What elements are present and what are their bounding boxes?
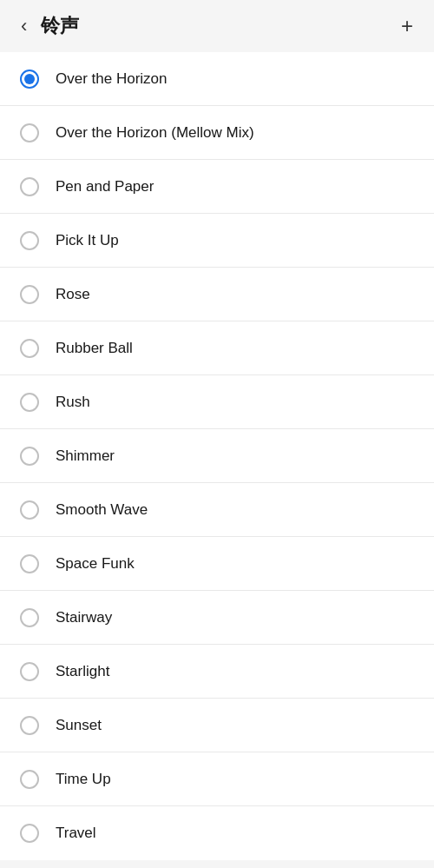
radio-container — [17, 390, 42, 414]
back-icon: ‹ — [21, 17, 27, 36]
list-item[interactable]: Space Funk — [0, 537, 434, 591]
radio-container — [17, 444, 42, 468]
radio-button[interactable] — [20, 608, 39, 627]
radio-button[interactable] — [20, 500, 39, 520]
radio-button[interactable] — [20, 447, 39, 466]
radio-container — [17, 336, 42, 361]
radio-container — [17, 713, 42, 738]
header: ‹ 铃声 + — [0, 0, 434, 52]
list-item[interactable]: Time Up — [0, 752, 434, 806]
list-item[interactable]: Rose — [0, 268, 434, 321]
ringtone-label: Starlight — [56, 663, 109, 680]
ringtone-label: Rush — [56, 394, 90, 411]
header-left: ‹ 铃声 — [17, 13, 79, 39]
ringtone-label: Shimmer — [56, 447, 115, 465]
page-title: 铃声 — [41, 13, 79, 39]
radio-container — [17, 659, 42, 684]
radio-container — [17, 821, 42, 845]
radio-container — [17, 498, 42, 522]
list-item[interactable]: Travel — [0, 806, 434, 860]
radio-button[interactable] — [20, 824, 39, 843]
list-item[interactable]: Over the Horizon (Mellow Mix) — [0, 106, 434, 160]
radio-button[interactable] — [20, 123, 39, 142]
ringtone-label: Time Up — [56, 771, 111, 788]
list-item[interactable]: Pick It Up — [0, 214, 434, 268]
add-button[interactable]: + — [398, 12, 417, 40]
list-item[interactable]: Stairway — [0, 591, 434, 645]
radio-button[interactable] — [20, 177, 39, 196]
radio-container — [17, 175, 42, 199]
radio-button[interactable] — [20, 770, 39, 789]
ringtone-label: Pen and Paper — [56, 178, 154, 195]
list-item[interactable]: Rubber Ball — [0, 321, 434, 375]
radio-container — [17, 606, 42, 630]
radio-button[interactable] — [20, 554, 39, 573]
ringtone-label: Travel — [56, 825, 96, 842]
list-item[interactable]: Sunset — [0, 699, 434, 752]
ringtone-label: Sunset — [56, 717, 102, 734]
ringtone-label: Space Funk — [56, 555, 135, 573]
radio-button[interactable] — [20, 231, 39, 250]
ringtone-label: Rubber Ball — [56, 340, 133, 357]
radio-container — [17, 229, 42, 253]
ringtone-label: Rose — [56, 286, 90, 303]
radio-button[interactable] — [20, 70, 39, 89]
ringtone-list: Over the HorizonOver the Horizon (Mellow… — [0, 52, 434, 860]
radio-container — [17, 67, 42, 91]
ringtone-label: Over the Horizon — [56, 70, 168, 88]
radio-container — [17, 552, 42, 576]
back-button[interactable]: ‹ — [17, 13, 30, 39]
radio-button[interactable] — [20, 716, 39, 735]
radio-button[interactable] — [20, 339, 39, 358]
radio-container — [17, 282, 42, 307]
radio-container — [17, 121, 42, 145]
list-item[interactable]: Smooth Wave — [0, 483, 434, 537]
list-item[interactable]: Starlight — [0, 645, 434, 699]
ringtone-label: Pick It Up — [56, 232, 119, 249]
ringtone-label: Stairway — [56, 609, 112, 626]
radio-button[interactable] — [20, 393, 39, 412]
add-icon: + — [401, 16, 413, 36]
list-item[interactable]: Pen and Paper — [0, 160, 434, 214]
radio-container — [17, 767, 42, 792]
radio-button[interactable] — [20, 662, 39, 681]
app-container: ‹ 铃声 + Over the HorizonOver the Horizon … — [0, 0, 434, 860]
list-item[interactable]: Shimmer — [0, 429, 434, 483]
ringtone-label: Over the Horizon (Mellow Mix) — [56, 124, 254, 142]
ringtone-label: Smooth Wave — [56, 501, 148, 519]
list-item[interactable]: Over the Horizon — [0, 52, 434, 106]
radio-button[interactable] — [20, 285, 39, 304]
list-item[interactable]: Rush — [0, 375, 434, 429]
